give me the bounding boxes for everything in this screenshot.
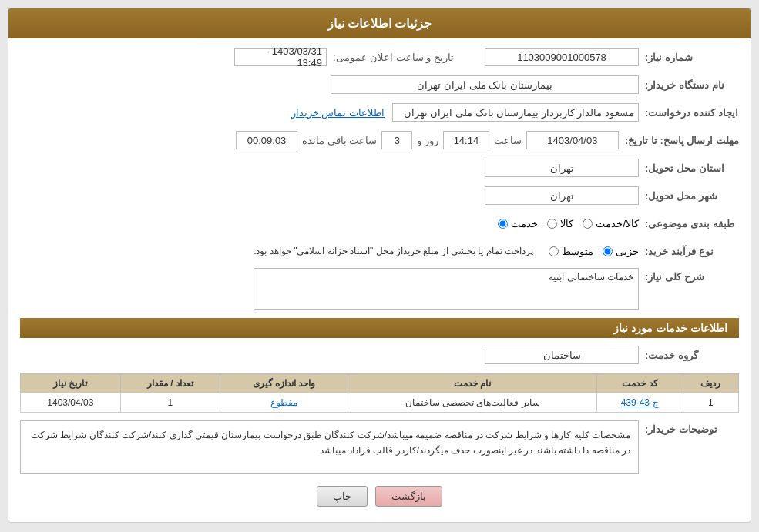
process-note: پرداخت تمام یا بخشی از مبلغ خریداز محل "… bbox=[254, 246, 533, 256]
button-row: بازگشت چاپ bbox=[20, 486, 739, 507]
col-count: تعداد / مقدار bbox=[120, 374, 220, 393]
buyer-desc-value: مشخصات کلیه کارها و شرایط شرکت در مناقصه… bbox=[20, 420, 639, 474]
deadline-remaining-label: ساعت باقی مانده bbox=[302, 135, 377, 146]
col-row: ردیف bbox=[683, 374, 738, 393]
category-option-service[interactable]: خدمت bbox=[498, 218, 538, 229]
cell-unit: مقطوع bbox=[220, 393, 348, 413]
cell-name: سایر فعالیت‌های تخصصی ساختمان bbox=[348, 393, 597, 413]
category-option-goods-label: کالا bbox=[560, 218, 573, 229]
creator-value: مسعود مالدار کاربرداز بیمارستان بانک ملی… bbox=[392, 103, 639, 122]
col-unit: واحد اندازه گیری bbox=[220, 374, 348, 393]
back-button[interactable]: بازگشت bbox=[375, 486, 442, 507]
description-textarea[interactable]: خدمات ساختمانی ابنیه bbox=[254, 268, 639, 310]
services-section-title: اطلاعات خدمات مورد نیاز bbox=[20, 318, 739, 338]
category-option-goods[interactable]: کالا bbox=[547, 218, 573, 229]
category-label: طبقه بندی موضوعی: bbox=[639, 218, 739, 229]
requester-org-label: نام دستگاه خریدار: bbox=[639, 79, 739, 91]
category-option-service-label: خدمت bbox=[511, 218, 538, 229]
creator-label: ایجاد کننده درخواست: bbox=[639, 107, 739, 119]
need-number-value: 1103009001000578 bbox=[485, 48, 639, 66]
process-label: نوع فرآیند خرید: bbox=[639, 246, 739, 257]
col-date: تاریخ نیاز bbox=[21, 374, 121, 393]
requester-org-value: بیمارستان بانک ملی ایران تهران bbox=[331, 75, 639, 94]
services-table-section: ردیف کد خدمت نام خدمت واحد اندازه گیری ت… bbox=[20, 373, 739, 413]
deadline-time-label: ساعت bbox=[494, 135, 522, 146]
print-button[interactable]: چاپ bbox=[317, 486, 368, 507]
process-radio-group: متوسط جزیی bbox=[549, 246, 639, 257]
process-option-minor-label: جزیی bbox=[616, 246, 639, 257]
cell-date: 1403/04/03 bbox=[21, 393, 121, 413]
category-radio-group: خدمت کالا کالا/خدمت bbox=[498, 218, 639, 229]
service-group-value: ساختمان bbox=[485, 346, 639, 364]
cell-code: ج-43-439 bbox=[597, 393, 683, 413]
city-value: تهران bbox=[485, 186, 639, 205]
process-option-medium[interactable]: متوسط bbox=[549, 246, 593, 257]
city-label: شهر محل تحویل: bbox=[639, 190, 739, 202]
page-title: جزئیات اطلاعات نیاز bbox=[8, 8, 751, 38]
contact-link[interactable]: اطلاعات تماس خریدار bbox=[291, 107, 385, 119]
deadline-date: 1403/04/03 bbox=[526, 131, 619, 149]
deadline-time: 14:14 bbox=[443, 131, 489, 149]
col-code: کد خدمت bbox=[597, 374, 683, 393]
deadline-label: مهلت ارسال پاسخ: تا تاریخ: bbox=[619, 135, 739, 146]
deadline-remaining: 00:09:03 bbox=[236, 131, 297, 149]
announcement-date-label: تاریخ و ساعت اعلان عمومی: bbox=[333, 52, 454, 63]
announcement-date-value: 1403/03/31 - 13:49 bbox=[234, 48, 327, 66]
province-value: تهران bbox=[485, 159, 639, 177]
category-option-goods-service-label: کالا/خدمت bbox=[596, 218, 639, 229]
deadline-days-label: روز و bbox=[417, 135, 438, 146]
category-option-goods-service[interactable]: کالا/خدمت bbox=[583, 218, 639, 229]
description-label: شرح کلی نیاز: bbox=[639, 268, 739, 283]
process-option-medium-label: متوسط bbox=[562, 246, 593, 257]
deadline-days: 3 bbox=[381, 131, 412, 149]
col-name: نام خدمت bbox=[348, 374, 597, 393]
service-group-label: گروه خدمت: bbox=[639, 350, 739, 361]
table-row: 1 ج-43-439 سایر فعالیت‌های تخصصی ساختمان… bbox=[21, 393, 739, 413]
services-table: ردیف کد خدمت نام خدمت واحد اندازه گیری ت… bbox=[20, 373, 739, 413]
process-option-minor[interactable]: جزیی bbox=[603, 246, 639, 257]
buyer-desc-label: توضیحات خریدار: bbox=[639, 420, 739, 435]
province-label: استان محل تحویل: bbox=[639, 162, 739, 174]
cell-row: 1 bbox=[683, 393, 738, 413]
cell-count: 1 bbox=[120, 393, 220, 413]
need-number-label: شماره نیاز: bbox=[639, 52, 739, 63]
